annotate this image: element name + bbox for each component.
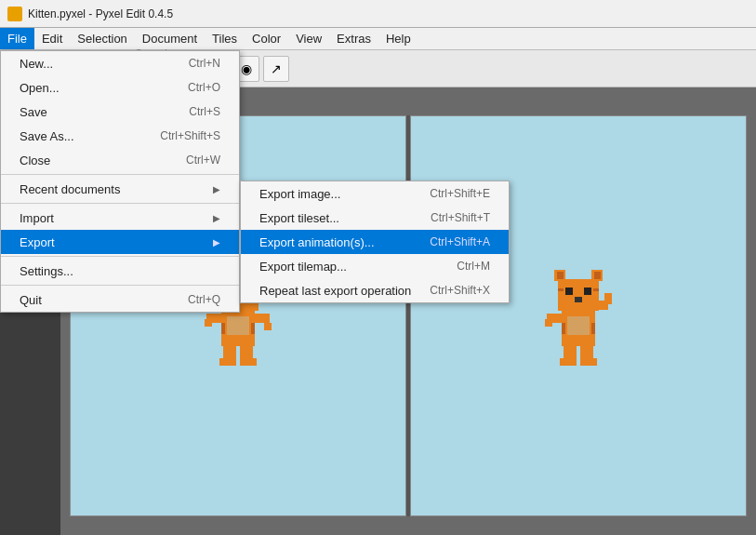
svg-rect-25 [594,272,601,279]
pixel-cat-2 [541,265,616,368]
svg-rect-34 [545,319,552,327]
file-menu-dropdown: New... Ctrl+N Open... Ctrl+O Save Ctrl+S… [0,50,240,313]
sep-4 [1,285,239,286]
svg-rect-43 [591,323,595,334]
app-icon [7,7,22,21]
menu-file[interactable]: File [0,28,34,49]
sep-2 [1,203,239,204]
menu-quit[interactable]: Quit Ctrl+Q [1,288,239,312]
export-animation[interactable]: Export animation(s)... Ctrl+Shift+A [241,230,509,254]
export-tileset[interactable]: Export tileset... Ctrl+Shift+T [241,206,509,230]
menu-save-as[interactable]: Save As... Ctrl+Shift+S [1,124,239,148]
svg-rect-19 [227,316,249,335]
menu-bar: File Edit Selection Document Tiles Color… [0,28,756,50]
menu-tiles[interactable]: Tiles [205,28,245,49]
svg-rect-12 [255,314,270,323]
svg-rect-26 [558,279,599,311]
menu-open[interactable]: Open... Ctrl+O [1,75,239,100]
menu-export[interactable]: Export ▶ [1,230,239,254]
menu-help[interactable]: Help [378,28,418,49]
menu-recent[interactable]: Recent documents ▶ [1,177,239,201]
menu-import[interactable]: Import ▶ [1,206,239,230]
canvas-frame-2[interactable] [410,115,747,516]
svg-rect-36 [604,293,612,304]
menu-selection[interactable]: Selection [70,28,134,49]
export-submenu: Export image... Ctrl+Shift+E Export tile… [240,181,510,303]
svg-rect-17 [219,358,236,366]
svg-rect-28 [584,288,591,295]
svg-rect-20 [221,323,225,334]
svg-rect-39 [560,358,577,366]
menu-edit[interactable]: Edit [34,28,70,49]
menu-extras[interactable]: Extras [329,28,378,49]
svg-rect-18 [240,358,257,366]
svg-rect-24 [557,272,564,279]
file-menu-panel: New... Ctrl+N Open... Ctrl+O Save Ctrl+S… [0,50,240,313]
svg-rect-40 [580,358,597,366]
menu-new[interactable]: New... Ctrl+N [1,51,239,75]
menu-view[interactable]: View [288,28,329,49]
menu-close[interactable]: Close Ctrl+W [1,148,239,172]
menu-color[interactable]: Color [245,28,288,49]
menu-settings[interactable]: Settings... [1,259,239,283]
svg-rect-13 [205,319,212,327]
extra-btn[interactable]: ↗ [263,56,289,82]
svg-rect-41 [567,316,590,335]
export-submenu-panel: Export image... Ctrl+Shift+E Export tile… [240,181,510,303]
export-tilemap[interactable]: Export tilemap... Ctrl+M [241,254,509,278]
export-image[interactable]: Export image... Ctrl+Shift+E [241,181,509,206]
window-title: Kitten.pyxel - Pyxel Edit 0.4.5 [28,7,173,20]
sep-3 [1,256,239,257]
svg-rect-27 [565,288,573,295]
svg-rect-14 [264,323,272,330]
sep-1 [1,174,239,175]
export-repeat[interactable]: Repeat last export operation Ctrl+Shift+… [241,278,509,302]
svg-rect-42 [562,323,565,334]
menu-document[interactable]: Document [135,28,205,49]
title-bar: Kitten.pyxel - Pyxel Edit 0.4.5 [0,0,756,28]
svg-rect-30 [558,288,564,291]
svg-rect-21 [251,323,255,334]
svg-rect-29 [575,297,582,302]
svg-rect-31 [593,288,599,291]
menu-save[interactable]: Save Ctrl+S [1,100,239,124]
